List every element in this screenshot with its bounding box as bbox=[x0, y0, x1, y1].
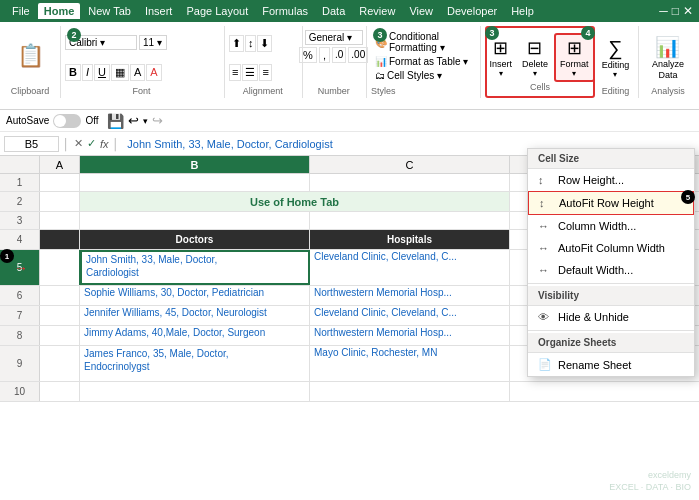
font-size[interactable]: 11 ▾ bbox=[139, 35, 167, 50]
default-width-item[interactable]: ↔ Default Width... bbox=[528, 259, 694, 281]
cells-label: Cells bbox=[530, 82, 550, 92]
row-height-item[interactable]: ↕ Row Height... bbox=[528, 169, 694, 191]
decimal-less[interactable]: .00 bbox=[348, 47, 368, 63]
align-bottom[interactable]: ⬇ bbox=[257, 35, 272, 52]
organize-header: Organize Sheets bbox=[528, 333, 694, 353]
formula-check-btn[interactable]: ✓ bbox=[87, 137, 96, 150]
cell-2a[interactable] bbox=[40, 192, 80, 211]
default-width-icon: ↔ bbox=[538, 264, 552, 276]
font-group: Calibri ▾ 11 ▾ B I U ▦ A A Font 2 bbox=[65, 26, 225, 98]
percent-btn[interactable]: % bbox=[299, 47, 317, 63]
cell-9c[interactable]: Mayo Clinic, Rochester, MN bbox=[310, 346, 510, 381]
menu-view[interactable]: View bbox=[403, 3, 439, 19]
undo-btn[interactable]: ↩ bbox=[128, 113, 139, 128]
insert-cells-btn[interactable]: ⊞ Insert ▾ bbox=[485, 35, 516, 80]
bold-btn[interactable]: B bbox=[65, 64, 81, 81]
rename-sheet-item[interactable]: 📄 Rename Sheet bbox=[528, 353, 694, 376]
editing-label: Editing bbox=[602, 86, 630, 96]
cell-9b[interactable]: James Franco, 35, Male, Doctor,Endocrino… bbox=[80, 346, 310, 381]
align-left[interactable]: ≡ bbox=[229, 64, 241, 81]
table-row: 10 bbox=[0, 382, 699, 402]
window-minimize[interactable]: ─ bbox=[659, 4, 668, 18]
align-middle[interactable]: ↕ bbox=[245, 35, 257, 52]
font-badge: 2 bbox=[67, 28, 81, 42]
cell-6c[interactable]: Northwestern Memorial Hosp... bbox=[310, 286, 510, 305]
cell-2b[interactable]: Use of Home Tab bbox=[80, 192, 510, 211]
decimal-more[interactable]: .0 bbox=[332, 47, 346, 63]
cell-4c[interactable]: Hospitals bbox=[310, 230, 510, 249]
cell-1a[interactable] bbox=[40, 174, 80, 191]
clipboard-btn[interactable]: 📋 bbox=[13, 40, 48, 72]
cell-3a[interactable] bbox=[40, 212, 80, 229]
cell-styles-btn[interactable]: 🗂Cell Styles ▾ bbox=[371, 69, 474, 82]
menu-insert[interactable]: Insert bbox=[139, 3, 179, 19]
cell-1c[interactable] bbox=[310, 174, 510, 191]
col-header-b[interactable]: B bbox=[80, 156, 310, 173]
save-icon[interactable]: 💾 bbox=[107, 113, 124, 129]
cell-10a[interactable] bbox=[40, 382, 80, 401]
window-close[interactable]: ✕ bbox=[683, 4, 693, 18]
border-btn[interactable]: ▦ bbox=[111, 64, 129, 81]
cell-8b[interactable]: Jimmy Adams, 40,Male, Doctor, Surgeon bbox=[80, 326, 310, 345]
font-color-btn[interactable]: A bbox=[146, 64, 161, 81]
cell-5c[interactable]: Cleveland Clinic, Cleveland, C... bbox=[310, 250, 510, 285]
menu-home[interactable]: Home bbox=[38, 3, 81, 19]
cell-7c[interactable]: Cleveland Clinic, Cleveland, C... bbox=[310, 306, 510, 325]
comma-btn[interactable]: , bbox=[319, 47, 330, 63]
cell-8a[interactable] bbox=[40, 326, 80, 345]
insert-icon: ⊞ bbox=[493, 37, 508, 59]
cell-10c[interactable] bbox=[310, 382, 510, 401]
editing-btn[interactable]: ∑ Editing ▾ bbox=[600, 35, 632, 81]
cell-3c[interactable] bbox=[310, 212, 510, 229]
cell-6b[interactable]: Sophie Williams, 30, Doctor, Pediatricia… bbox=[80, 286, 310, 305]
cell-7b[interactable]: Jennifer Williams, 45, Doctor, Neurologi… bbox=[80, 306, 310, 325]
number-format[interactable]: General ▾ bbox=[305, 30, 363, 45]
menu-review[interactable]: Review bbox=[353, 3, 401, 19]
autosave-state: Off bbox=[85, 115, 98, 126]
rename-icon: 📄 bbox=[538, 358, 552, 371]
formula-bar-separator: │ bbox=[63, 138, 70, 150]
autofit-row-height-item[interactable]: ↕ AutoFit Row Height 5 bbox=[528, 191, 694, 215]
formula-fx-btn[interactable]: fx bbox=[100, 138, 109, 150]
menu-newtab[interactable]: New Tab bbox=[82, 3, 137, 19]
formula-x-btn[interactable]: ✕ bbox=[74, 137, 83, 150]
redo-btn[interactable]: ↪ bbox=[152, 113, 163, 128]
cell-3b[interactable] bbox=[80, 212, 310, 229]
cell-7a[interactable] bbox=[40, 306, 80, 325]
menu-pagelayout[interactable]: Page Layout bbox=[180, 3, 254, 19]
col-header-a[interactable]: A bbox=[40, 156, 80, 173]
cell-6a[interactable] bbox=[40, 286, 80, 305]
cell-5a[interactable] bbox=[40, 250, 80, 285]
menu-file[interactable]: File bbox=[6, 3, 36, 19]
menu-help[interactable]: Help bbox=[505, 3, 540, 19]
delete-cells-btn[interactable]: ⊟ Delete ▾ bbox=[518, 35, 552, 80]
cell-8c[interactable]: Northwestern Memorial Hosp... bbox=[310, 326, 510, 345]
clipboard-icon: 📋 bbox=[17, 43, 44, 69]
format-as-table-btn[interactable]: 📊Format as Table ▾ bbox=[371, 55, 474, 68]
name-box[interactable] bbox=[4, 136, 59, 152]
menu-developer[interactable]: Developer bbox=[441, 3, 503, 19]
italic-btn[interactable]: I bbox=[82, 64, 93, 81]
fill-color-btn[interactable]: A bbox=[130, 64, 145, 81]
cell-1b[interactable] bbox=[80, 174, 310, 191]
cell-4a[interactable] bbox=[40, 230, 80, 249]
cell-5b[interactable]: John Smith, 33, Male, Doctor,Cardiologis… bbox=[80, 250, 310, 285]
window-maximize[interactable]: □ bbox=[672, 4, 679, 18]
col-header-c[interactable]: C bbox=[310, 156, 510, 173]
cell-9a[interactable] bbox=[40, 346, 80, 381]
menu-formulas[interactable]: Formulas bbox=[256, 3, 314, 19]
undo-dropdown[interactable]: ▾ bbox=[143, 116, 148, 126]
column-width-item[interactable]: ↔ Column Width... bbox=[528, 215, 694, 237]
autosave-toggle[interactable] bbox=[53, 114, 81, 128]
underline-btn[interactable]: U bbox=[94, 64, 110, 81]
cell-4b[interactable]: Doctors bbox=[80, 230, 310, 249]
row-num-6: 6 bbox=[0, 286, 40, 305]
analyze-btn[interactable]: 📊 AnalyzeData bbox=[650, 33, 686, 83]
cell-10b[interactable] bbox=[80, 382, 310, 401]
menu-data[interactable]: Data bbox=[316, 3, 351, 19]
hide-unhide-item[interactable]: 👁 Hide & Unhide bbox=[528, 306, 694, 328]
align-center[interactable]: ☰ bbox=[242, 64, 258, 81]
align-top[interactable]: ⬆ bbox=[229, 35, 244, 52]
align-right[interactable]: ≡ bbox=[259, 64, 271, 81]
autofit-column-item[interactable]: ↔ AutoFit Column Width bbox=[528, 237, 694, 259]
